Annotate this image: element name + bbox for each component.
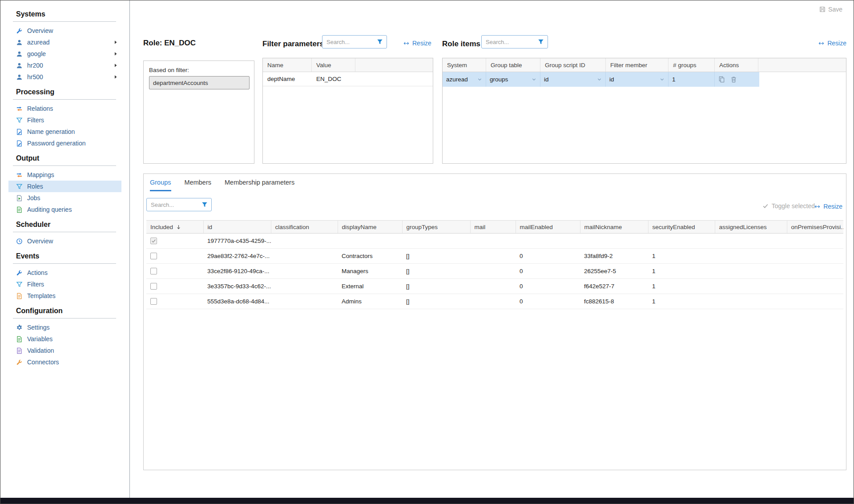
filter-icon[interactable]	[538, 39, 544, 45]
col-group-table[interactable]: Group table	[486, 58, 540, 72]
tab-members[interactable]: Members	[185, 179, 211, 191]
included-checkbox[interactable]	[150, 298, 157, 305]
sidebar-item-password-generation[interactable]: Password generation	[8, 137, 121, 149]
cell-id: 33ce2f86-9120-49ca-...	[203, 264, 271, 279]
cell-id: 555d3e8a-dc68-4d84...	[203, 294, 271, 309]
sidebar-item-actions[interactable]: Actions	[8, 267, 121, 278]
table-row-selected[interactable]: azuread groups id id 1	[443, 72, 759, 87]
tab-groups[interactable]: Groups	[150, 179, 171, 191]
wrench-icon	[16, 28, 23, 34]
sidebar-item-variables[interactable]: Variables	[8, 333, 121, 345]
sidebar-item-scheduler-overview[interactable]: Overview	[8, 235, 121, 247]
cell-mailnickname: 33fa8fd9-2	[580, 249, 648, 264]
sidebar-item-jobs[interactable]: Jobs	[8, 192, 121, 204]
col-assignedlicenses[interactable]: assignedLicenses	[715, 221, 787, 234]
table-row[interactable]: 3e3357bc-9d33-4c62-... External [] 0 f64…	[146, 279, 843, 294]
delete-button[interactable]	[730, 76, 737, 83]
cell-displayname: External	[338, 279, 402, 294]
sidebar-item-label: azuread	[27, 39, 50, 46]
col-filler	[355, 58, 433, 72]
included-checkbox[interactable]	[150, 238, 157, 244]
search-input[interactable]	[486, 39, 538, 45]
col-value[interactable]: Value	[312, 58, 355, 72]
copy-button[interactable]	[718, 76, 725, 83]
sidebar-item-hr200[interactable]: hr200	[8, 60, 121, 71]
toggle-selected-button[interactable]: Toggle selected	[762, 202, 815, 210]
search-input[interactable]	[151, 202, 201, 208]
col-included[interactable]: Included	[146, 221, 203, 234]
col-grouptypes[interactable]: groupTypes	[402, 221, 470, 234]
sidebar-item-validation[interactable]: Validation	[8, 345, 121, 356]
sidebar-item-overview[interactable]: Overview	[8, 25, 121, 36]
sidebar-item-filters[interactable]: Filters	[8, 114, 121, 126]
col-num-groups[interactable]: # groups	[669, 58, 715, 72]
col-id[interactable]: id	[203, 221, 271, 234]
col-group-script-id[interactable]: Group script ID	[540, 58, 606, 72]
sidebar-item-event-filters[interactable]: Filters	[8, 278, 121, 290]
sidebar-item-google[interactable]: google	[8, 48, 121, 60]
search-input[interactable]	[326, 39, 377, 45]
cell-id: 1977770a-c435-4259-...	[203, 234, 271, 249]
sidebar-item-connectors[interactable]: Connectors	[8, 356, 121, 368]
chevron-right-icon[interactable]	[113, 63, 118, 68]
cell-displayname: Managers	[338, 264, 402, 279]
chevron-right-icon[interactable]	[113, 75, 118, 79]
included-checkbox[interactable]	[150, 283, 157, 290]
cell-mailenabled: 0	[516, 294, 580, 309]
mappings-icon	[16, 172, 23, 178]
sidebar-item-azuread[interactable]: azuread	[8, 36, 121, 48]
table-row[interactable]: 1977770a-c435-4259-...	[146, 234, 843, 249]
sidebar-section-events: Events Actions Filters Templates	[0, 247, 129, 302]
sidebar-item-roles[interactable]: Roles	[8, 181, 121, 192]
gear-icon	[16, 324, 23, 331]
sidebar-item-settings[interactable]: Settings	[8, 322, 121, 333]
col-onpremisesprovisioning[interactable]: onPremisesProvisi...	[787, 221, 843, 234]
sidebar-item-label: Jobs	[27, 194, 40, 202]
cell-mailenabled	[516, 234, 580, 249]
connectors-icon	[16, 359, 23, 366]
cell-mailenabled: 0	[516, 249, 580, 264]
filter-icon[interactable]	[201, 202, 208, 208]
cell-securityenabled: 1	[648, 279, 715, 294]
included-checkbox[interactable]	[150, 268, 157, 274]
table-row[interactable]: 29ae83f2-2762-4e7c-... Contractors [] 0 …	[146, 249, 843, 264]
filter-member-select[interactable]: id	[606, 72, 669, 87]
chevron-right-icon[interactable]	[113, 52, 118, 56]
col-mailenabled[interactable]: mailEnabled	[516, 221, 580, 234]
resize-button[interactable]: Resize	[403, 40, 431, 47]
group-table-select[interactable]: groups	[486, 72, 540, 87]
table-row[interactable]: deptName EN_DOC	[263, 72, 433, 86]
filter-parameters-searchbox	[322, 35, 387, 48]
col-system[interactable]: System	[443, 58, 486, 72]
included-checkbox[interactable]	[150, 253, 157, 259]
col-classification[interactable]: classification	[271, 221, 338, 234]
col-securityenabled[interactable]: securityEnabled	[648, 221, 715, 234]
table-row[interactable]: 33ce2f86-9120-49ca-... Managers [] 0 262…	[146, 264, 843, 279]
filter-icon[interactable]	[377, 39, 383, 45]
save-button[interactable]: Save	[819, 6, 842, 13]
col-displayname[interactable]: displayName	[338, 221, 402, 234]
tab-membership-parameters[interactable]: Membership parameters	[225, 179, 294, 191]
sidebar-item-relations[interactable]: Relations	[8, 103, 121, 114]
sidebar-item-label: hr200	[27, 62, 43, 69]
resize-button[interactable]: Resize	[814, 203, 842, 210]
table-row[interactable]: 555d3e8a-dc68-4d84... Admins [] 0 fc8826…	[146, 294, 843, 309]
col-name[interactable]: Name	[263, 58, 312, 72]
sidebar-item-auditing-queries[interactable]: Auditing queries	[8, 204, 121, 215]
groups-table: Included id classification displayName g…	[146, 220, 843, 309]
sidebar-item-label: Overview	[27, 27, 53, 34]
based-on-filter-input[interactable]	[149, 76, 250, 89]
chevron-right-icon[interactable]	[113, 40, 118, 44]
save-icon	[819, 6, 826, 12]
sidebar-item-mappings[interactable]: Mappings	[8, 169, 121, 181]
col-mailnickname[interactable]: mailNickname	[580, 221, 648, 234]
sidebar-item-hr500[interactable]: hr500	[8, 71, 121, 83]
group-script-id-select[interactable]: id	[540, 72, 606, 87]
sidebar-item-name-generation[interactable]: Name generation	[8, 126, 121, 137]
col-filter-member[interactable]: Filter member	[606, 58, 669, 72]
sidebar-item-templates[interactable]: Templates	[8, 290, 121, 302]
system-select[interactable]: azuread	[443, 72, 486, 87]
sidebar-item-label: google	[27, 50, 46, 57]
resize-button[interactable]: Resize	[818, 40, 846, 47]
col-mail[interactable]: mail	[470, 221, 516, 234]
